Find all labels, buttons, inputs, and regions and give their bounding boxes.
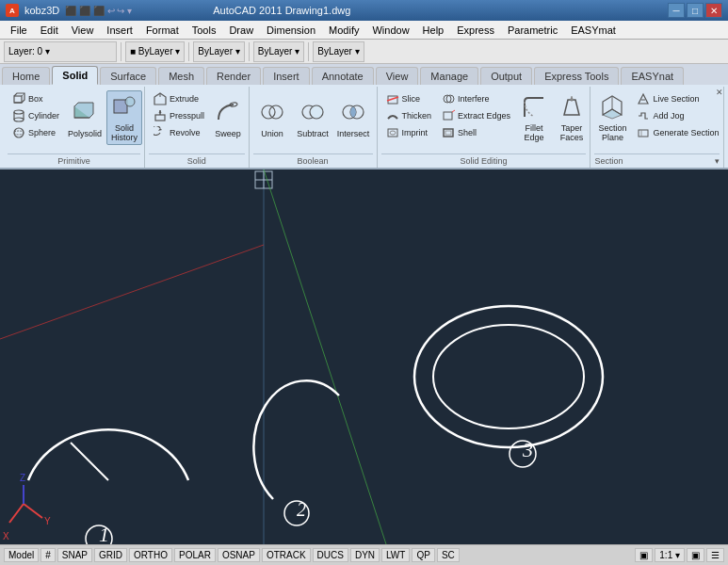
solid-history-button[interactable]: Solid History [106,90,142,145]
menu-dimension[interactable]: Dimension [260,23,322,38]
section-content: Section Plane Live Section Add Jog [594,89,720,153]
tab-output[interactable]: Output [480,67,532,85]
toolbar-row: Layer: 0 ▾ ■ ByLayer ▾ ByLayer ▾ ByLayer… [0,40,728,64]
extrude-icon [153,91,168,106]
svg-point-23 [310,105,323,119]
menu-format[interactable]: Format [139,23,186,38]
section-dropdown-arrow[interactable]: ▾ [715,156,720,166]
menu-file[interactable]: File [4,23,34,38]
menu-view[interactable]: View [65,23,101,38]
ribbon-group-primitive: Box Cylinder Sphere [4,87,145,168]
tab-view[interactable]: View [376,67,419,85]
maximize-button[interactable]: □ [687,3,704,18]
status-annotation[interactable]: ▣ [687,548,704,562]
title-bar-controls[interactable]: ─ □ ✕ [668,3,722,18]
minimize-button[interactable]: ─ [668,3,685,18]
menu-express[interactable]: Express [450,23,501,38]
status-sc[interactable]: SC [437,548,460,562]
section-plane-button[interactable]: Section Plane [594,90,630,145]
tab-easynat[interactable]: EASYnat [621,67,684,85]
menu-easymat[interactable]: EASYmat [564,23,623,38]
status-lwt[interactable]: LWT [381,548,410,562]
slice-button[interactable]: Slice [381,90,436,107]
sphere-icon [11,125,26,140]
status-otrack[interactable]: OTRACK [262,548,311,562]
status-osnap[interactable]: OSNAP [218,548,260,562]
solid-history-icon [109,93,139,121]
taper-faces-button[interactable]: Taper Faces [554,90,590,145]
tab-mesh[interactable]: Mesh [158,67,204,85]
add-jog-button[interactable]: Add Jog [632,107,722,124]
intersect-button[interactable]: Intersect [334,90,373,145]
sweep-button[interactable]: Sweep [210,90,246,145]
menu-parametric[interactable]: Parametric [501,23,564,38]
status-viewport[interactable]: ▣ [635,548,653,562]
tb-color[interactable]: ■ ByLayer ▾ [125,41,185,62]
solid-editing-small-col2: Interfere Extract Edges Shell [437,90,514,141]
boolean-content: Union Subtract Intersect [253,89,373,153]
polysolid-button[interactable]: Polysolid [65,90,105,145]
generate-section-button[interactable]: Generate Section [632,124,722,141]
tab-surface[interactable]: Surface [100,67,156,85]
menu-insert[interactable]: Insert [100,23,139,38]
drawing-area[interactable]: 1 2 3 [0,170,728,544]
status-snap[interactable]: SNAP [57,548,92,562]
thicken-button[interactable]: Thicken [381,107,436,124]
title-bar: A kobz3D ⬛ ⬛ ⬛ ↩ ↪ ▾ AutoCAD 2011 Drawin… [0,0,728,21]
menu-tools[interactable]: Tools [186,23,223,38]
ribbon-expand-button[interactable]: ✕ [713,87,726,98]
presspull-button[interactable]: Presspull [149,107,208,124]
menu-edit[interactable]: Edit [34,23,65,38]
status-workspace[interactable]: ☰ [706,548,724,562]
cylinder-button[interactable]: Cylinder [8,107,63,124]
union-icon [257,97,287,127]
close-button[interactable]: ✕ [705,3,722,18]
tb-layer-dropdown[interactable]: Layer: 0 ▾ [4,41,117,62]
menu-window[interactable]: Window [365,23,415,38]
union-button[interactable]: Union [253,90,292,145]
tb-transparency[interactable]: ByLayer ▾ [313,41,364,62]
intersect-icon [338,97,368,127]
tb-lineweight[interactable]: ByLayer ▾ [253,41,304,62]
tab-insert[interactable]: Insert [263,67,310,85]
fillet-edge-button[interactable]: Fillet Edge [516,90,552,145]
tb-separator-3 [249,42,250,61]
menu-modify[interactable]: Modify [322,23,365,38]
cylinder-label: Cylinder [28,111,59,121]
extrude-button[interactable]: Extrude [149,90,208,107]
tb-linetype[interactable]: ByLayer ▾ [193,41,244,62]
extract-edges-label: Extract Edges [458,111,510,121]
box-button[interactable]: Box [8,90,63,107]
subtract-button[interactable]: Subtract [294,90,332,145]
tab-home[interactable]: Home [2,67,50,85]
interfere-button[interactable]: Interfere [437,90,514,107]
live-section-button[interactable]: Live Section [632,90,722,107]
menu-draw[interactable]: Draw [222,23,260,38]
tab-express-tools[interactable]: Express Tools [534,67,619,85]
tab-render[interactable]: Render [206,67,261,85]
status-ortho[interactable]: ORTHO [129,548,172,562]
status-grid[interactable]: GRID [94,548,127,562]
svg-point-12 [125,97,135,106]
sphere-button[interactable]: Sphere [8,124,63,141]
status-ducs[interactable]: DUCS [313,548,348,562]
status-qp[interactable]: QP [412,548,434,562]
status-hash[interactable]: # [40,548,56,562]
status-polar[interactable]: POLAR [174,548,216,562]
presspull-label: Presspull [170,111,204,121]
imprint-button[interactable]: Imprint [381,124,436,141]
extract-edges-button[interactable]: Extract Edges [437,107,514,124]
menu-help[interactable]: Help [416,23,451,38]
tab-manage[interactable]: Manage [420,67,478,85]
sweep-label: Sweep [215,129,241,138]
status-anno-scale[interactable]: 1:1 ▾ [655,548,685,562]
tab-annotate[interactable]: Annotate [312,67,374,85]
status-dyn[interactable]: DYN [350,548,380,562]
revolve-button[interactable]: Revolve [149,124,208,141]
status-model[interactable]: Model [4,548,39,562]
tab-solid[interactable]: Solid [52,66,98,85]
intersect-label: Intersect [337,129,370,138]
subtract-label: Subtract [297,129,329,138]
shell-button[interactable]: Shell [437,124,514,141]
live-section-icon [636,91,651,106]
